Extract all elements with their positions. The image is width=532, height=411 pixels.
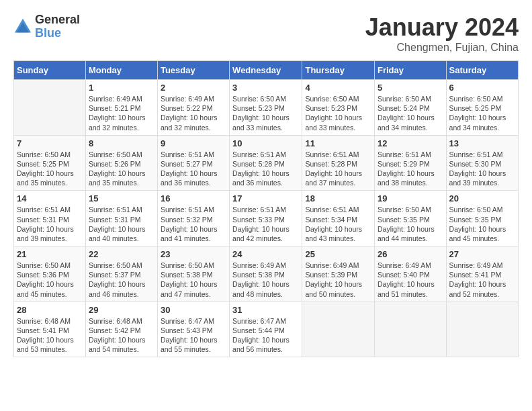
day-info: Sunrise: 6:51 AM Sunset: 5:31 PM Dayligh… — [17, 205, 83, 243]
logo-line1: General — [35, 13, 80, 27]
calendar-week-row: 21Sunrise: 6:50 AM Sunset: 5:36 PM Dayli… — [14, 246, 519, 302]
day-number: 14 — [17, 193, 83, 203]
day-number: 11 — [305, 138, 371, 148]
day-info: Sunrise: 6:51 AM Sunset: 5:32 PM Dayligh… — [161, 205, 226, 243]
day-number: 8 — [89, 138, 154, 148]
calendar-cell: 17Sunrise: 6:51 AM Sunset: 5:33 PM Dayli… — [230, 191, 302, 246]
day-info: Sunrise: 6:49 AM Sunset: 5:41 PM Dayligh… — [449, 261, 515, 299]
day-number: 24 — [232, 249, 299, 259]
logo-text: General Blue — [35, 13, 80, 40]
calendar-cell: 6Sunrise: 6:50 AM Sunset: 5:25 PM Daylig… — [446, 80, 518, 136]
day-number: 15 — [89, 193, 154, 203]
month-title: January 2024 — [365, 13, 519, 42]
weekday-header-tuesday: Tuesday — [157, 61, 229, 80]
calendar-cell: 21Sunrise: 6:50 AM Sunset: 5:36 PM Dayli… — [14, 246, 86, 302]
logo: General Blue — [13, 13, 80, 40]
calendar-cell: 3Sunrise: 6:50 AM Sunset: 5:23 PM Daylig… — [230, 80, 302, 136]
day-info: Sunrise: 6:47 AM Sunset: 5:43 PM Dayligh… — [161, 316, 226, 355]
title-area: January 2024 Chengmen, Fujian, China — [365, 13, 519, 54]
day-number: 16 — [161, 193, 226, 203]
calendar-cell: 29Sunrise: 6:48 AM Sunset: 5:42 PM Dayli… — [85, 302, 157, 357]
calendar-cell: 14Sunrise: 6:51 AM Sunset: 5:31 PM Dayli… — [14, 191, 86, 246]
calendar-cell: 15Sunrise: 6:51 AM Sunset: 5:31 PM Dayli… — [85, 191, 157, 246]
day-info: Sunrise: 6:50 AM Sunset: 5:24 PM Dayligh… — [378, 94, 443, 132]
calendar-cell: 20Sunrise: 6:50 AM Sunset: 5:35 PM Dayli… — [446, 191, 518, 246]
day-info: Sunrise: 6:49 AM Sunset: 5:21 PM Dayligh… — [89, 94, 154, 132]
logo-line2: Blue — [35, 27, 80, 40]
day-number: 4 — [305, 83, 371, 93]
weekday-header-friday: Friday — [375, 61, 447, 80]
calendar-cell: 1Sunrise: 6:49 AM Sunset: 5:21 PM Daylig… — [85, 80, 157, 136]
day-number: 18 — [305, 193, 371, 203]
day-info: Sunrise: 6:50 AM Sunset: 5:36 PM Dayligh… — [17, 261, 83, 299]
calendar-cell: 19Sunrise: 6:50 AM Sunset: 5:35 PM Dayli… — [375, 191, 447, 246]
weekday-header-sunday: Sunday — [14, 61, 86, 80]
day-number: 25 — [305, 249, 371, 259]
weekday-header-row: SundayMondayTuesdayWednesdayThursdayFrid… — [14, 61, 519, 80]
day-number: 22 — [89, 249, 154, 259]
calendar-week-row: 14Sunrise: 6:51 AM Sunset: 5:31 PM Dayli… — [14, 191, 519, 246]
calendar-week-row: 1Sunrise: 6:49 AM Sunset: 5:21 PM Daylig… — [14, 80, 519, 136]
weekday-header-thursday: Thursday — [302, 61, 375, 80]
day-number: 20 — [449, 193, 515, 203]
calendar-cell: 8Sunrise: 6:50 AM Sunset: 5:26 PM Daylig… — [85, 135, 157, 191]
calendar-cell: 2Sunrise: 6:49 AM Sunset: 5:22 PM Daylig… — [157, 80, 229, 136]
day-number: 31 — [232, 305, 299, 315]
day-info: Sunrise: 6:51 AM Sunset: 5:28 PM Dayligh… — [305, 150, 371, 188]
calendar-cell: 13Sunrise: 6:51 AM Sunset: 5:30 PM Dayli… — [446, 135, 518, 191]
day-info: Sunrise: 6:49 AM Sunset: 5:38 PM Dayligh… — [232, 261, 299, 299]
day-info: Sunrise: 6:51 AM Sunset: 5:29 PM Dayligh… — [378, 150, 443, 188]
day-number: 29 — [89, 305, 154, 315]
day-info: Sunrise: 6:50 AM Sunset: 5:23 PM Dayligh… — [232, 94, 299, 132]
calendar-cell: 18Sunrise: 6:51 AM Sunset: 5:34 PM Dayli… — [302, 191, 375, 246]
calendar-cell: 28Sunrise: 6:48 AM Sunset: 5:41 PM Dayli… — [14, 302, 86, 357]
calendar-table: SundayMondayTuesdayWednesdayThursdayFrid… — [13, 60, 519, 357]
calendar-cell: 10Sunrise: 6:51 AM Sunset: 5:28 PM Dayli… — [230, 135, 302, 191]
weekday-header-saturday: Saturday — [446, 61, 518, 80]
day-info: Sunrise: 6:48 AM Sunset: 5:41 PM Dayligh… — [17, 316, 83, 355]
calendar-week-row: 28Sunrise: 6:48 AM Sunset: 5:41 PM Dayli… — [14, 302, 519, 357]
calendar-cell: 25Sunrise: 6:49 AM Sunset: 5:39 PM Dayli… — [302, 246, 375, 302]
day-info: Sunrise: 6:50 AM Sunset: 5:26 PM Dayligh… — [89, 150, 154, 188]
calendar-cell — [446, 302, 518, 357]
calendar-cell: 27Sunrise: 6:49 AM Sunset: 5:41 PM Dayli… — [446, 246, 518, 302]
weekday-header-wednesday: Wednesday — [230, 61, 302, 80]
weekday-header-monday: Monday — [85, 61, 157, 80]
page-header: General Blue January 2024 Chengmen, Fuji… — [13, 13, 519, 54]
day-info: Sunrise: 6:47 AM Sunset: 5:44 PM Dayligh… — [232, 316, 299, 355]
calendar-cell: 23Sunrise: 6:50 AM Sunset: 5:38 PM Dayli… — [157, 246, 229, 302]
day-info: Sunrise: 6:51 AM Sunset: 5:30 PM Dayligh… — [449, 150, 515, 188]
day-number: 6 — [449, 83, 515, 93]
calendar-cell: 5Sunrise: 6:50 AM Sunset: 5:24 PM Daylig… — [375, 80, 447, 136]
day-number: 1 — [89, 83, 154, 93]
day-number: 12 — [378, 138, 443, 148]
day-info: Sunrise: 6:50 AM Sunset: 5:37 PM Dayligh… — [89, 261, 154, 299]
day-number: 5 — [378, 83, 443, 93]
day-number: 13 — [449, 138, 515, 148]
day-number: 23 — [161, 249, 226, 259]
day-number: 3 — [232, 83, 299, 93]
location-subtitle: Chengmen, Fujian, China — [365, 42, 519, 54]
day-info: Sunrise: 6:51 AM Sunset: 5:33 PM Dayligh… — [232, 205, 299, 243]
day-number: 30 — [161, 305, 226, 315]
logo-icon — [13, 17, 32, 36]
day-info: Sunrise: 6:50 AM Sunset: 5:23 PM Dayligh… — [305, 94, 371, 132]
calendar-cell: 30Sunrise: 6:47 AM Sunset: 5:43 PM Dayli… — [157, 302, 229, 357]
day-number: 19 — [378, 193, 443, 203]
day-number: 10 — [232, 138, 299, 148]
calendar-cell: 7Sunrise: 6:50 AM Sunset: 5:25 PM Daylig… — [14, 135, 86, 191]
calendar-cell: 26Sunrise: 6:49 AM Sunset: 5:40 PM Dayli… — [375, 246, 447, 302]
calendar-cell: 4Sunrise: 6:50 AM Sunset: 5:23 PM Daylig… — [302, 80, 375, 136]
calendar-cell: 31Sunrise: 6:47 AM Sunset: 5:44 PM Dayli… — [230, 302, 302, 357]
day-number: 21 — [17, 249, 83, 259]
day-info: Sunrise: 6:50 AM Sunset: 5:38 PM Dayligh… — [161, 261, 226, 299]
day-number: 26 — [378, 249, 443, 259]
day-info: Sunrise: 6:48 AM Sunset: 5:42 PM Dayligh… — [89, 316, 154, 355]
day-info: Sunrise: 6:50 AM Sunset: 5:25 PM Dayligh… — [449, 94, 515, 132]
day-number: 2 — [161, 83, 226, 93]
calendar-cell: 24Sunrise: 6:49 AM Sunset: 5:38 PM Dayli… — [230, 246, 302, 302]
day-info: Sunrise: 6:50 AM Sunset: 5:35 PM Dayligh… — [378, 205, 443, 243]
day-info: Sunrise: 6:49 AM Sunset: 5:39 PM Dayligh… — [305, 261, 371, 299]
calendar-cell: 12Sunrise: 6:51 AM Sunset: 5:29 PM Dayli… — [375, 135, 447, 191]
day-info: Sunrise: 6:49 AM Sunset: 5:22 PM Dayligh… — [161, 94, 226, 132]
